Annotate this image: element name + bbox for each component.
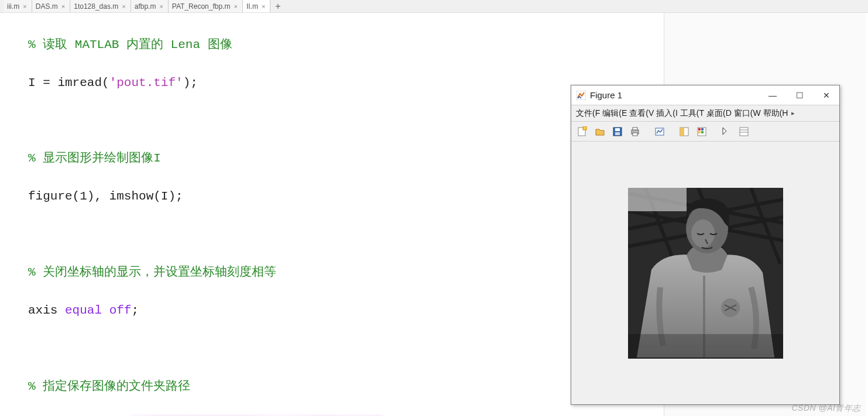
svg-rect-28 [628,188,687,211]
tab-label: II.m [246,2,258,11]
menu-insert[interactable]: 插入(I [655,107,679,120]
svg-rect-2 [583,126,586,130]
matlab-figure-icon [576,90,586,101]
svg-rect-5 [615,132,620,135]
open-icon[interactable] [592,124,608,139]
tab-close-icon[interactable]: × [60,3,66,10]
figure-title: Figure 1 [590,90,761,100]
tab-file-4[interactable]: PAT_Recon_fbp.m × [169,0,243,12]
code-text: I = imread( [28,76,109,90]
window-controls: — ☐ ✕ [764,87,835,104]
tab-file-0[interactable]: iii.m × [4,0,32,12]
tab-close-icon[interactable]: × [260,3,266,10]
tab-label: iii.m [7,2,19,11]
menu-help[interactable]: 帮助(H [762,107,790,120]
maximize-button[interactable]: ☐ [791,87,808,104]
tab-file-2[interactable]: 1to128_das.m × [70,0,131,12]
figure-window[interactable]: Figure 1 — ☐ ✕ 文件(F 编辑(E 查看(V 插入(I 工具(T … [571,85,840,405]
code-text: axis [28,304,65,317]
tab-label: afbp.m [135,2,156,11]
code-text: figure(1), imshow(I); [28,190,183,203]
tab-file-1[interactable]: DAS.m × [32,0,70,12]
tab-add-button[interactable]: + [270,1,285,12]
edit-plot-icon[interactable] [719,124,734,139]
svg-rect-4 [615,128,620,131]
tab-file-5[interactable]: II.m × [243,0,270,12]
data-cursor-icon[interactable] [677,124,692,139]
tab-close-icon[interactable]: × [158,3,164,10]
print-icon[interactable] [627,124,643,139]
tab-label: PAT_Recon_fbp.m [172,2,231,11]
minimize-button[interactable]: — [764,87,781,104]
code-editor[interactable]: % 读取 MATLAB 内置的 Lena 图像 I = imread('pout… [0,13,664,416]
svg-rect-11 [680,128,684,136]
code-comment: % 指定保存图像的文件夹路径 [28,380,190,393]
menu-view[interactable]: 查看(V [628,107,655,120]
menu-window[interactable]: 窗口(W [733,107,762,120]
displayed-image [628,188,783,359]
svg-rect-15 [698,131,701,133]
figure-canvas[interactable] [571,142,839,404]
menu-tools[interactable]: 工具(T [679,107,705,120]
menu-file[interactable]: 文件(F [575,107,601,120]
svg-point-30 [691,219,715,247]
property-inspector-icon[interactable] [736,124,752,139]
tab-file-3[interactable]: afbp.m × [131,0,169,12]
link-plot-icon[interactable] [652,124,667,139]
insert-colorbar-icon[interactable] [694,124,709,139]
tab-label: 1to128_das.m [74,2,118,11]
figure-menubar: 文件(F 编辑(E 查看(V 插入(I 工具(T 桌面(D 窗口(W 帮助(H … [571,105,839,122]
svg-rect-8 [633,133,637,136]
tab-close-icon[interactable]: × [121,3,126,10]
code-comment: % 显示图形并绘制图像I [28,152,161,165]
svg-rect-17 [740,128,748,136]
new-figure-icon[interactable] [575,124,590,139]
code-keyword: equal off [65,304,131,317]
code-comment: % 关闭坐标轴的显示，并设置坐标轴刻度相等 [28,266,276,279]
watermark-text: CSDN @AI青年志 [792,403,862,414]
tab-close-icon[interactable]: × [232,3,238,10]
menu-overflow-icon[interactable]: ▸ [789,109,797,117]
menu-desktop[interactable]: 桌面(D [705,107,733,120]
figure-toolbar [571,122,839,142]
code-comment: % 读取 MATLAB 内置的 Lena 图像 [28,38,232,51]
svg-rect-7 [633,128,637,130]
svg-rect-14 [701,128,704,130]
svg-rect-13 [698,128,701,130]
close-button[interactable]: ✕ [818,87,835,104]
tab-label: DAS.m [36,2,58,11]
save-icon[interactable] [610,124,625,139]
editor-tab-bar: iii.m × DAS.m × 1to128_das.m × afbp.m × … [0,0,868,13]
code-text: ); [183,76,198,90]
svg-rect-16 [701,131,704,133]
menu-edit[interactable]: 编辑(E [601,107,628,120]
svg-rect-32 [628,334,783,359]
code-string: 'pout.tif' [109,76,183,90]
tab-close-icon[interactable]: × [22,3,28,10]
figure-titlebar[interactable]: Figure 1 — ☐ ✕ [571,85,839,105]
code-text: ; [131,304,139,317]
